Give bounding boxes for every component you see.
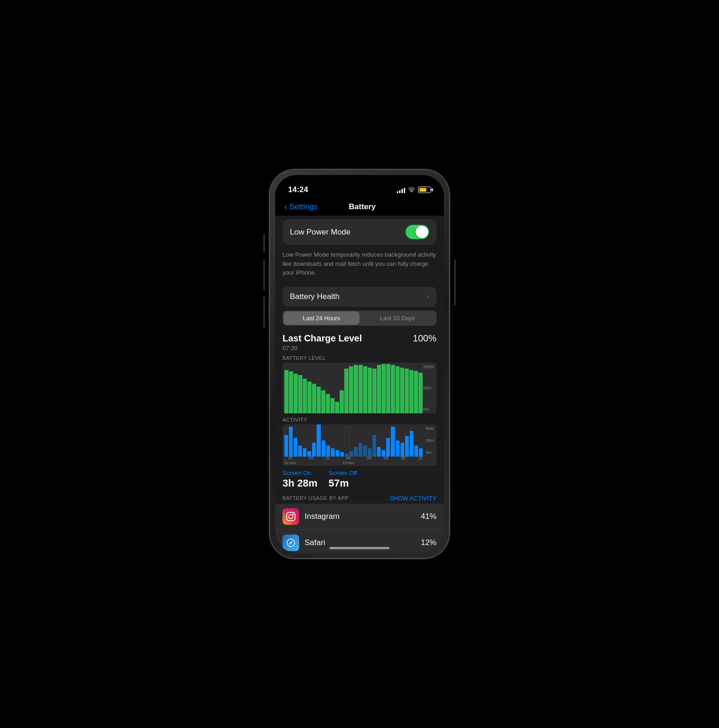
- back-button[interactable]: ‹ Settings: [284, 202, 318, 212]
- battery-bar: [312, 384, 316, 413]
- navigation-bar: ‹ Settings Battery: [275, 198, 444, 216]
- activity-bar: [363, 446, 367, 456]
- phone-frame: 14:24: [270, 170, 449, 558]
- y-label-100: 100%: [423, 364, 434, 369]
- battery-bar: [307, 382, 312, 413]
- tab-24-hours[interactable]: Last 24 Hours: [283, 311, 360, 325]
- battery-bar: [400, 368, 404, 413]
- activity-bar: [377, 447, 381, 457]
- battery-bars: [284, 363, 423, 413]
- battery-bar: [298, 375, 302, 413]
- last-charge-info: Last Charge Level 07:30: [283, 333, 362, 352]
- show-activity-button[interactable]: SHOW ACTIVITY: [389, 495, 436, 502]
- battery-bar: [349, 366, 353, 413]
- app-name-instagram: Instagram: [305, 512, 415, 521]
- battery-bar: [340, 390, 344, 413]
- app-row-safari[interactable]: Safari 12%: [275, 530, 444, 553]
- battery-bar: [326, 394, 330, 413]
- notch: [325, 175, 394, 190]
- app-percent-safari: 12%: [421, 538, 436, 547]
- battery-bar: [354, 365, 358, 413]
- battery-fill: [419, 188, 426, 192]
- mute-button: [263, 234, 265, 252]
- battery-bar: [289, 371, 293, 413]
- back-label: Settings: [289, 202, 318, 211]
- x-label-06: 06: [384, 456, 389, 465]
- activity-bars: [284, 424, 423, 457]
- battery-bar: [317, 387, 321, 413]
- x-label-15: 1512 Nov: [284, 456, 296, 465]
- battery-bar: [363, 366, 367, 413]
- y-label-0: 0%: [423, 407, 434, 411]
- battery-level-chart: 100% 50% 0%: [283, 363, 436, 413]
- svg-point-1: [289, 514, 293, 518]
- x-label-21: 21: [325, 456, 330, 465]
- screen-on-item: Screen On 3h 28m: [283, 470, 318, 489]
- screen-off-label: Screen Off: [329, 470, 357, 476]
- screen-on-label: Screen On: [283, 470, 318, 476]
- activity-bar: [401, 443, 404, 456]
- app-list: Instagram 41% Safari 12%: [275, 504, 444, 553]
- x-label-12: 12: [418, 456, 423, 465]
- battery-bar: [418, 373, 423, 413]
- battery-level-chart-section: BATTERY LEVEL 100% 50% 0%: [275, 353, 444, 413]
- activity-bar: [284, 435, 288, 457]
- battery-health-card[interactable]: Battery Health ›: [283, 287, 436, 307]
- activity-bar: [372, 435, 376, 457]
- battery-bar: [377, 365, 381, 413]
- signal-bar-2: [399, 190, 401, 193]
- low-power-mode-card: Low Power Mode: [283, 219, 436, 245]
- battery-bar: [395, 366, 400, 413]
- y-label-60m: 60m: [425, 426, 434, 431]
- activity-bar: [396, 440, 400, 457]
- activity-bar: [391, 427, 395, 456]
- instagram-icon: [283, 508, 299, 525]
- screen-off-value: 57m: [329, 477, 357, 489]
- battery-health-row[interactable]: Battery Health ›: [283, 287, 436, 307]
- low-power-mode-description: Low Power Mode temporarily reduces backg…: [275, 248, 444, 283]
- last-charge-section: Last Charge Level 07:30 100%: [275, 329, 444, 353]
- low-power-mode-row[interactable]: Low Power Mode: [283, 219, 436, 245]
- screen-off-item: Screen Off 57m: [329, 470, 357, 489]
- battery-bar: [391, 365, 395, 413]
- battery-status-icon: [418, 187, 431, 193]
- activity-bar: [312, 443, 316, 456]
- battery-bar: [414, 371, 418, 413]
- chart-divider: [349, 424, 349, 457]
- app-row-instagram[interactable]: Instagram 41%: [275, 504, 444, 530]
- low-power-mode-label: Low Power Mode: [290, 228, 350, 237]
- activity-bar: [289, 427, 293, 456]
- phone-screen: 14:24: [275, 175, 444, 553]
- low-power-mode-toggle[interactable]: [406, 225, 429, 239]
- battery-bar: [382, 364, 386, 413]
- wifi-icon: [408, 187, 415, 194]
- signal-bar-1: [397, 191, 398, 193]
- battery-bar: [344, 369, 348, 413]
- signal-icon: [397, 187, 405, 193]
- battery-level-label: BATTERY LEVEL: [283, 355, 436, 361]
- activity-bar: [354, 447, 358, 457]
- battery-bar: [386, 364, 390, 413]
- y-label-30m: 30m: [425, 438, 434, 443]
- svg-point-2: [293, 513, 294, 515]
- activity-bar: [386, 438, 390, 457]
- activity-y-labels: 60m 30m 0m: [425, 424, 434, 457]
- time-range-tabs[interactable]: Last 24 Hours Last 10 Days: [283, 311, 436, 326]
- last-charge-time: 07:30: [283, 345, 362, 352]
- screen-content: 14:24: [275, 175, 444, 553]
- app-name-safari: Safari: [305, 538, 415, 547]
- scroll-content[interactable]: Low Power Mode Low Power Mode temporaril…: [275, 216, 444, 553]
- activity-x-labels: 1512 Nov 18 21 0013 Nov 03 06 09 12: [284, 456, 423, 465]
- activity-bar: [294, 438, 297, 457]
- activity-bar: [317, 424, 320, 457]
- tab-10-days[interactable]: Last 10 Days: [360, 311, 436, 325]
- battery-bar: [372, 369, 377, 413]
- battery-usage-header: BATTERY USAGE BY APP SHOW ACTIVITY: [275, 493, 444, 504]
- activity-bar: [414, 446, 418, 456]
- activity-bar: [322, 440, 325, 457]
- toggle-knob: [416, 226, 428, 238]
- last-charge-title: Last Charge Level: [283, 333, 362, 344]
- battery-bar: [330, 398, 335, 413]
- battery-usage-label: BATTERY USAGE BY APP: [283, 495, 348, 501]
- signal-bar-3: [401, 189, 403, 193]
